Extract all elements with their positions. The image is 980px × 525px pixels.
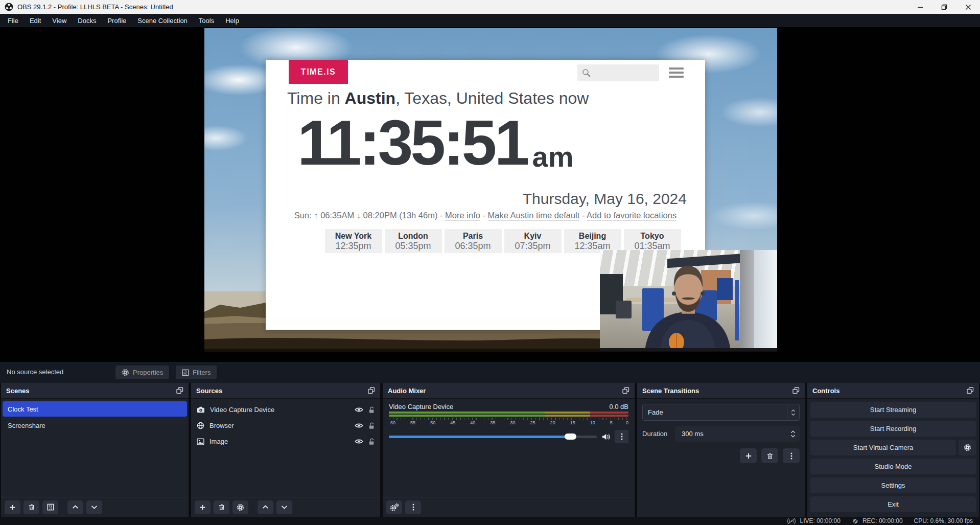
city-cell[interactable]: Kyiv07:35pm	[504, 229, 562, 253]
menu-docks[interactable]: Docks	[72, 14, 102, 27]
lock-icon[interactable]	[368, 438, 375, 445]
preview-area[interactable]: TIME.IS Time in Austin, Texas, United St…	[0, 27, 980, 362]
window-title: OBS 29.1.2 - Profile: LLHLS BETA - Scene…	[17, 3, 908, 11]
double-gear-icon	[390, 503, 399, 511]
transitions-dock-title: Scene Transitions	[642, 387, 699, 395]
popout-icon[interactable]	[792, 387, 800, 394]
add-source-button[interactable]	[195, 500, 211, 514]
restore-icon	[941, 4, 947, 10]
source-row-browser[interactable]: Browser	[191, 418, 380, 433]
webcam-source[interactable]	[600, 250, 777, 351]
menu-help[interactable]: Help	[220, 14, 245, 27]
settings-button[interactable]: Settings	[810, 477, 976, 493]
source-row-image[interactable]: Image	[191, 433, 380, 449]
obs-logo-icon	[5, 3, 13, 11]
chevron-down-icon	[281, 505, 288, 509]
timeis-search-input[interactable]	[577, 64, 659, 81]
advanced-audio-button[interactable]	[386, 500, 402, 514]
start-virtual-camera-button[interactable]: Start Virtual Camera	[810, 440, 956, 455]
timeis-sun-line: Sun: ↑ 06:35AM ↓ 08:20PM (13h 46m) - Mor…	[266, 211, 705, 220]
status-bar: LIVE: 00:00:00 REC: 00:00:00 CPU: 0.6%, …	[0, 517, 980, 525]
start-recording-button[interactable]: Start Recording	[810, 421, 976, 437]
source-toolbar: No source selected Properties Filters	[0, 362, 980, 383]
eye-icon[interactable]	[355, 406, 363, 413]
volume-slider-handle[interactable]	[565, 433, 576, 440]
add-favorite-link[interactable]: Add to favorite locations	[587, 211, 676, 221]
plus-icon	[745, 452, 752, 460]
city-cell[interactable]: Tokyo01:35am	[624, 229, 681, 253]
city-cell[interactable]: New York12:35pm	[325, 229, 382, 253]
scene-up-button[interactable]	[67, 500, 83, 514]
eye-icon[interactable]	[355, 438, 363, 445]
city-cell[interactable]: Beijing12:35am	[564, 229, 621, 253]
city-cell[interactable]: London05:35pm	[385, 229, 442, 253]
menu-profile[interactable]: Profile	[102, 14, 132, 27]
remove-transition-button[interactable]	[761, 448, 778, 463]
menu-tools[interactable]: Tools	[193, 14, 220, 27]
transition-select[interactable]: Fade	[642, 404, 800, 421]
popout-icon[interactable]	[622, 387, 629, 394]
globe-icon	[197, 422, 204, 429]
scene-down-button[interactable]	[86, 500, 102, 514]
plus-icon	[9, 504, 16, 511]
restore-button[interactable]	[932, 0, 956, 14]
camera-icon	[197, 406, 205, 413]
source-status-text: No source selected	[7, 368, 63, 376]
dots-icon	[621, 433, 623, 440]
remove-source-button[interactable]	[214, 500, 229, 514]
spinner-chevrons-icon[interactable]	[790, 430, 796, 438]
scene-item-clock-test[interactable]: Clock Test	[3, 401, 187, 417]
title-bar: OBS 29.1.2 - Profile: LLHLS BETA - Scene…	[0, 0, 980, 14]
clock-digits: 11:35:51	[297, 111, 527, 174]
dots-icon	[790, 452, 792, 460]
transition-options-button[interactable]	[783, 448, 800, 463]
popout-icon[interactable]	[176, 387, 183, 394]
make-default-link[interactable]: Make Austin time default	[488, 211, 580, 221]
menu-file[interactable]: File	[2, 14, 24, 27]
scene-filters-button[interactable]	[42, 500, 58, 514]
live-status: LIVE: 00:00:00	[787, 517, 840, 524]
studio-mode-button[interactable]: Studio Mode	[810, 459, 976, 474]
source-row-video-capture[interactable]: Video Capture Device	[191, 402, 380, 418]
duration-spinbox[interactable]: 300 ms	[675, 426, 800, 442]
timeis-logo[interactable]: TIME.IS	[289, 60, 348, 84]
mixer-menu-button[interactable]	[405, 500, 421, 514]
close-button[interactable]	[956, 0, 980, 14]
program-canvas[interactable]: TIME.IS Time in Austin, Texas, United St…	[204, 28, 777, 352]
virtual-camera-settings-button[interactable]	[959, 440, 976, 455]
gear-icon	[122, 369, 129, 376]
source-properties-button[interactable]	[232, 500, 248, 514]
remove-scene-button[interactable]	[24, 500, 39, 514]
source-down-button[interactable]	[276, 500, 292, 514]
hamburger-menu-icon[interactable]	[669, 67, 684, 78]
lock-icon[interactable]	[368, 406, 375, 414]
city-cell[interactable]: Paris06:35pm	[445, 229, 502, 253]
minimize-button[interactable]	[908, 0, 932, 14]
exit-button[interactable]: Exit	[810, 496, 976, 512]
scenes-dock-title: Scenes	[6, 387, 30, 395]
popout-icon[interactable]	[967, 387, 974, 394]
select-chevrons-icon	[787, 404, 799, 420]
lock-icon[interactable]	[368, 422, 375, 429]
eye-icon[interactable]	[355, 422, 363, 429]
dots-icon	[412, 504, 414, 511]
more-info-link[interactable]: More info	[445, 211, 480, 221]
volume-slider[interactable]	[389, 431, 597, 442]
mixer-options-button[interactable]	[615, 430, 628, 443]
add-transition-button[interactable]	[740, 448, 757, 463]
menu-edit[interactable]: Edit	[24, 14, 46, 27]
search-icon	[582, 69, 591, 77]
person-silhouette	[600, 250, 777, 351]
start-streaming-button[interactable]: Start Streaming	[810, 402, 976, 418]
speaker-icon[interactable]	[601, 433, 610, 441]
filters-button[interactable]: Filters	[176, 366, 217, 379]
close-icon	[965, 4, 971, 10]
properties-button[interactable]: Properties	[115, 366, 169, 379]
menu-view[interactable]: View	[46, 14, 72, 27]
popout-icon[interactable]	[368, 387, 375, 394]
menu-scene-collection[interactable]: Scene Collection	[132, 14, 193, 27]
scene-item-screenshare[interactable]: Screenshare	[3, 418, 187, 433]
source-up-button[interactable]	[258, 500, 273, 514]
volume-meter	[389, 415, 628, 417]
add-scene-button[interactable]	[5, 500, 20, 514]
